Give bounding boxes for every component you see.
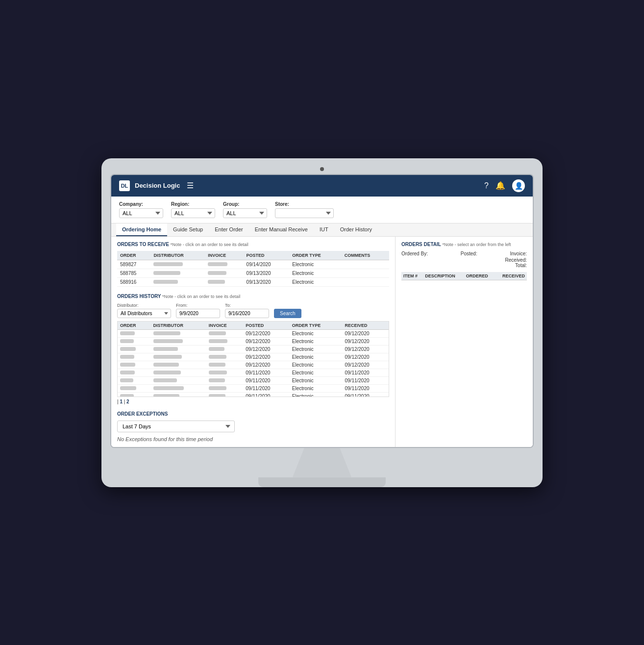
history-row[interactable]: 09/11/2020 Electronic 09/11/2020 <box>118 392 389 397</box>
hist-order-type: Electronic <box>290 384 343 392</box>
order-comments <box>342 260 389 269</box>
hist-order-num <box>118 361 151 369</box>
exceptions-period-select[interactable]: Last 7 Days Last 14 Days Last 30 Days <box>117 421 235 432</box>
orders-to-receive-title: ORDERS TO RECEIVE *Note - click on an or… <box>117 242 389 247</box>
invoice-label: Invoice: <box>510 251 527 256</box>
posted-label: Posted: <box>461 251 477 256</box>
nav-right: ? 🔔 👤 <box>484 179 525 192</box>
hist-order-num <box>118 329 151 337</box>
history-row[interactable]: 09/11/2020 Electronic 09/11/2020 <box>118 384 389 392</box>
hist-distributor <box>151 329 206 337</box>
order-number: 589827 <box>117 260 150 269</box>
hist-order-type: Electronic <box>290 369 343 376</box>
order-receive-row[interactable]: 588785 09/13/2020 Electronic <box>117 269 389 277</box>
hist-received: 09/12/2020 <box>343 329 389 337</box>
order-distributor <box>150 260 205 269</box>
hist-distributor <box>151 369 206 376</box>
store-select[interactable] <box>275 208 334 218</box>
hist-invoice <box>206 369 243 376</box>
col-posted: POSTED <box>244 251 290 260</box>
hist-order-type: Electronic <box>290 329 343 337</box>
hist-received: 09/12/2020 <box>343 345 389 353</box>
from-filter-group: From: <box>176 303 220 318</box>
user-profile-button[interactable]: 👤 <box>512 179 525 192</box>
hamburger-button[interactable]: ☰ <box>185 179 196 192</box>
group-filter-group: Group: ALL <box>223 201 267 218</box>
tab-enter-order[interactable]: Enter Order <box>209 223 248 236</box>
app-logo: DL <box>119 180 130 191</box>
hist-order-num <box>118 384 151 392</box>
to-date-input[interactable] <box>225 309 269 318</box>
store-label: Store: <box>275 201 334 207</box>
orders-detail-title: ORDERS DETAIL *Note - select an order fr… <box>401 242 527 247</box>
hist-posted: 09/12/2020 <box>243 361 289 369</box>
tab-ordering-home[interactable]: Ordering Home <box>116 223 167 236</box>
notifications-button[interactable]: 🔔 <box>495 181 505 190</box>
region-filter-group: Region: ALL <box>171 201 215 218</box>
hist-order-type: Electronic <box>290 345 343 353</box>
order-type: Electronic <box>289 269 341 277</box>
orders-detail-note: *Note - select an order from the left <box>443 242 511 247</box>
right-panel: ORDERS DETAIL *Note - select an order fr… <box>396 237 533 447</box>
history-row[interactable]: 09/12/2020 Electronic 09/12/2020 <box>118 345 389 353</box>
page-1-link[interactable]: 1 <box>120 399 123 404</box>
history-table-wrapper[interactable]: ORDER DISTRIBUTOR INVOICE POSTED ORDER T… <box>117 321 389 397</box>
hist-col-received: RECEIVED <box>343 322 389 330</box>
search-button[interactable]: Search <box>274 309 301 318</box>
tab-enter-manual-receive[interactable]: Enter Manual Receive <box>249 223 314 236</box>
to-label: To: <box>225 303 269 308</box>
top-navigation: DL Decision Logic ☰ ? 🔔 👤 <box>111 175 533 197</box>
main-content: ORDERS TO RECEIVE *Note - click on an or… <box>111 237 533 447</box>
orders-detail-table: ITEM # DESCRIPTION ORDERED RECEIVED <box>401 272 527 280</box>
history-row[interactable]: 09/11/2020 Electronic 09/11/2020 <box>118 369 389 376</box>
col-distributor: DISTRIBUTOR <box>150 251 205 260</box>
nav-left: DL Decision Logic ☰ <box>119 179 196 192</box>
history-row[interactable]: 09/12/2020 Electronic 09/12/2020 <box>118 329 389 337</box>
hist-received: 09/12/2020 <box>343 353 389 361</box>
distributor-select[interactable]: All Distributors <box>117 309 171 318</box>
hist-received: 09/11/2020 <box>343 369 389 376</box>
hist-order-num <box>118 353 151 361</box>
detail-col-received: RECEIVED <box>495 272 527 280</box>
hist-received: 09/11/2020 <box>343 376 389 384</box>
hist-order-num <box>118 369 151 376</box>
tab-order-history[interactable]: Order History <box>334 223 378 236</box>
tabs-row: Ordering Home Guide Setup Enter Order En… <box>111 223 533 237</box>
group-select[interactable]: ALL <box>223 208 267 218</box>
order-receive-row[interactable]: 588916 09/13/2020 Electronic <box>117 277 389 286</box>
hist-order-num <box>118 337 151 345</box>
order-receive-row[interactable]: 589827 09/14/2020 Electronic <box>117 260 389 269</box>
history-row[interactable]: 09/12/2020 Electronic 09/12/2020 <box>118 337 389 345</box>
col-order: ORDER <box>117 251 150 260</box>
hist-order-num <box>118 345 151 353</box>
history-row[interactable]: 09/12/2020 Electronic 09/12/2020 <box>118 353 389 361</box>
page-2-link[interactable]: 2 <box>126 399 129 404</box>
order-invoice <box>205 260 243 269</box>
total-label: Total: <box>515 263 527 268</box>
history-row[interactable]: 09/11/2020 Electronic 09/11/2020 <box>118 376 389 384</box>
order-distributor <box>150 269 205 277</box>
detail-meta: Ordered By: Posted: Invoice: Received: T… <box>401 251 527 268</box>
tab-iut[interactable]: IUT <box>314 223 334 236</box>
company-select[interactable]: ALL <box>119 208 163 218</box>
hist-order-type: Electronic <box>290 361 343 369</box>
hist-posted: 09/11/2020 <box>243 376 289 384</box>
orders-history-title: ORDERS HISTORY *Note - click on an order… <box>117 294 389 299</box>
order-comments <box>342 269 389 277</box>
tab-guide-setup[interactable]: Guide Setup <box>167 223 209 236</box>
orders-to-receive-note: *Note - click on an order to see its det… <box>171 242 248 247</box>
region-select[interactable]: ALL <box>171 208 215 218</box>
orders-to-receive-section: ORDERS TO RECEIVE *Note - click on an or… <box>117 242 389 287</box>
order-type: Electronic <box>289 260 341 269</box>
col-comments: COMMENTS <box>342 251 389 260</box>
history-row[interactable]: 09/12/2020 Electronic 09/12/2020 <box>118 361 389 369</box>
orders-history-section: ORDERS HISTORY *Note - click on an order… <box>117 294 389 404</box>
detail-col-description: DESCRIPTION <box>423 272 464 280</box>
order-invoice <box>205 269 243 277</box>
from-date-input[interactable] <box>176 309 220 318</box>
help-button[interactable]: ? <box>484 181 489 190</box>
order-posted: 09/13/2020 <box>244 269 290 277</box>
order-invoice <box>205 277 243 286</box>
col-order-type: ORDER TYPE <box>289 251 341 260</box>
hist-invoice <box>206 392 243 397</box>
